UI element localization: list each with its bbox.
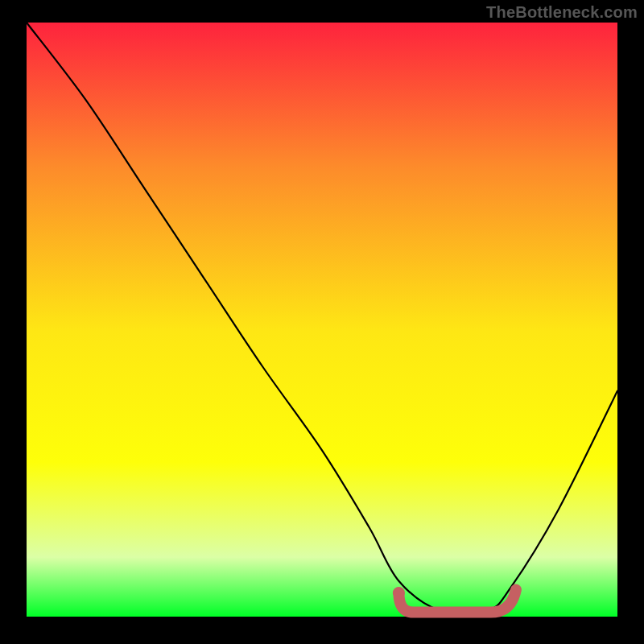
bottleneck-chart bbox=[0, 0, 644, 644]
plot-background bbox=[27, 23, 617, 617]
optimal-range-start-dot bbox=[393, 587, 405, 599]
watermark-text: TheBottleneck.com bbox=[486, 3, 638, 22]
